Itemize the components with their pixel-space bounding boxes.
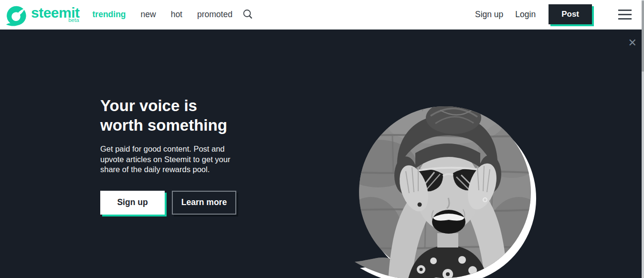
post-button[interactable]: Post [549,4,592,24]
nav-item-trending[interactable]: trending [93,10,126,20]
hero-title: Your voice is worth something [100,96,236,135]
scrollbar-thumb[interactable] [642,1,644,72]
beta-label: beta [68,17,79,23]
hero-photo [349,97,540,278]
close-icon[interactable]: ✕ [628,38,637,48]
steemit-logo[interactable]: steemit beta [5,1,80,27]
hero-copy: Your voice is worth something Get paid f… [100,96,243,215]
main-nav: trending new hot promoted [93,10,232,20]
steemit-logo-icon [5,4,27,27]
signup-link[interactable]: Sign up [475,10,503,20]
nav-item-new[interactable]: new [141,10,156,20]
hamburger-menu-icon[interactable] [618,8,632,21]
page-scrollbar[interactable] [642,0,644,278]
login-link[interactable]: Login [515,10,536,20]
top-navbar: steemit beta trending new hot promoted S… [0,0,644,30]
nav-item-hot[interactable]: hot [171,10,182,20]
search-button[interactable] [242,9,253,20]
learn-more-button[interactable]: Learn more [172,191,236,215]
hero-buttons: Sign up Learn more [100,191,243,215]
nav-item-promoted[interactable]: promoted [197,10,232,20]
header-actions: Sign up Login Post [475,4,632,24]
hero-description: Get paid for good content. Post and upvo… [100,144,241,175]
hero-signup-button[interactable]: Sign up [100,191,165,215]
welcome-banner: ✕ Your voice is worth something Get paid… [0,30,644,278]
search-icon [242,9,253,20]
